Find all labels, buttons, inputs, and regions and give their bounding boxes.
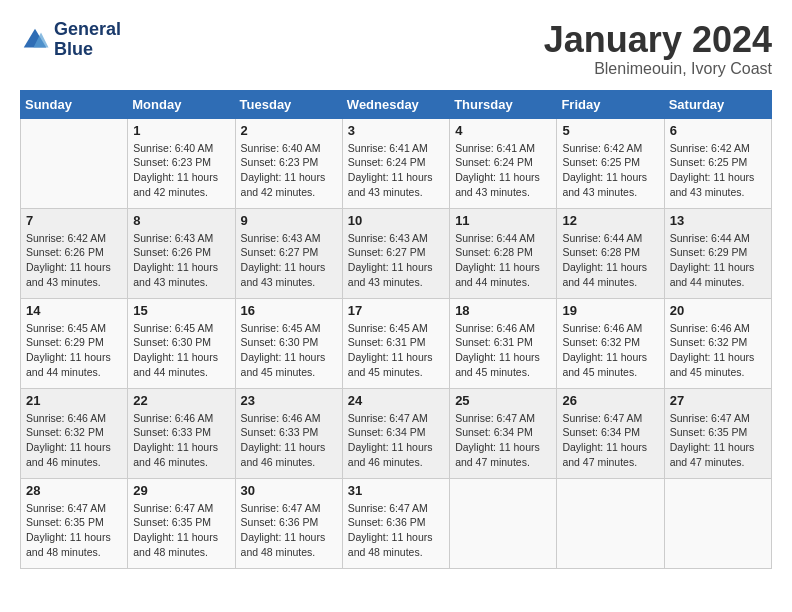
day-info: Sunrise: 6:42 AM Sunset: 6:25 PM Dayligh… [670,141,766,200]
day-number: 31 [348,483,444,498]
day-info: Sunrise: 6:46 AM Sunset: 6:32 PM Dayligh… [26,411,122,470]
day-number: 28 [26,483,122,498]
calendar-cell: 11Sunrise: 6:44 AM Sunset: 6:28 PM Dayli… [450,208,557,298]
calendar-cell [557,478,664,568]
day-info: Sunrise: 6:40 AM Sunset: 6:23 PM Dayligh… [133,141,229,200]
calendar-cell: 9Sunrise: 6:43 AM Sunset: 6:27 PM Daylig… [235,208,342,298]
day-info: Sunrise: 6:43 AM Sunset: 6:27 PM Dayligh… [348,231,444,290]
calendar-table: SundayMondayTuesdayWednesdayThursdayFrid… [20,90,772,569]
day-number: 9 [241,213,337,228]
day-info: Sunrise: 6:44 AM Sunset: 6:28 PM Dayligh… [562,231,658,290]
calendar-cell: 2Sunrise: 6:40 AM Sunset: 6:23 PM Daylig… [235,118,342,208]
calendar-cell: 21Sunrise: 6:46 AM Sunset: 6:32 PM Dayli… [21,388,128,478]
day-info: Sunrise: 6:47 AM Sunset: 6:35 PM Dayligh… [670,411,766,470]
day-info: Sunrise: 6:46 AM Sunset: 6:32 PM Dayligh… [562,321,658,380]
day-info: Sunrise: 6:45 AM Sunset: 6:30 PM Dayligh… [241,321,337,380]
calendar-cell: 18Sunrise: 6:46 AM Sunset: 6:31 PM Dayli… [450,298,557,388]
calendar-cell: 3Sunrise: 6:41 AM Sunset: 6:24 PM Daylig… [342,118,449,208]
calendar-cell: 4Sunrise: 6:41 AM Sunset: 6:24 PM Daylig… [450,118,557,208]
calendar-week-row: 14Sunrise: 6:45 AM Sunset: 6:29 PM Dayli… [21,298,772,388]
calendar-week-row: 28Sunrise: 6:47 AM Sunset: 6:35 PM Dayli… [21,478,772,568]
weekday-header-row: SundayMondayTuesdayWednesdayThursdayFrid… [21,90,772,118]
calendar-week-row: 1Sunrise: 6:40 AM Sunset: 6:23 PM Daylig… [21,118,772,208]
calendar-cell: 16Sunrise: 6:45 AM Sunset: 6:30 PM Dayli… [235,298,342,388]
calendar-cell: 31Sunrise: 6:47 AM Sunset: 6:36 PM Dayli… [342,478,449,568]
weekday-header-friday: Friday [557,90,664,118]
day-info: Sunrise: 6:47 AM Sunset: 6:34 PM Dayligh… [562,411,658,470]
day-number: 1 [133,123,229,138]
calendar-cell: 25Sunrise: 6:47 AM Sunset: 6:34 PM Dayli… [450,388,557,478]
day-number: 24 [348,393,444,408]
calendar-cell [450,478,557,568]
day-number: 14 [26,303,122,318]
calendar-cell: 20Sunrise: 6:46 AM Sunset: 6:32 PM Dayli… [664,298,771,388]
calendar-body: 1Sunrise: 6:40 AM Sunset: 6:23 PM Daylig… [21,118,772,568]
day-number: 26 [562,393,658,408]
day-number: 25 [455,393,551,408]
day-info: Sunrise: 6:45 AM Sunset: 6:31 PM Dayligh… [348,321,444,380]
day-number: 11 [455,213,551,228]
day-info: Sunrise: 6:47 AM Sunset: 6:35 PM Dayligh… [133,501,229,560]
calendar-cell: 8Sunrise: 6:43 AM Sunset: 6:26 PM Daylig… [128,208,235,298]
day-number: 12 [562,213,658,228]
day-number: 6 [670,123,766,138]
calendar-header: SundayMondayTuesdayWednesdayThursdayFrid… [21,90,772,118]
day-number: 2 [241,123,337,138]
day-number: 17 [348,303,444,318]
day-info: Sunrise: 6:46 AM Sunset: 6:32 PM Dayligh… [670,321,766,380]
weekday-header-sunday: Sunday [21,90,128,118]
day-number: 27 [670,393,766,408]
day-number: 7 [26,213,122,228]
calendar-title: January 2024 [544,20,772,60]
calendar-week-row: 7Sunrise: 6:42 AM Sunset: 6:26 PM Daylig… [21,208,772,298]
day-number: 29 [133,483,229,498]
day-info: Sunrise: 6:47 AM Sunset: 6:34 PM Dayligh… [455,411,551,470]
day-number: 19 [562,303,658,318]
calendar-cell: 22Sunrise: 6:46 AM Sunset: 6:33 PM Dayli… [128,388,235,478]
day-number: 10 [348,213,444,228]
logo-icon [20,25,50,55]
calendar-cell: 10Sunrise: 6:43 AM Sunset: 6:27 PM Dayli… [342,208,449,298]
day-info: Sunrise: 6:40 AM Sunset: 6:23 PM Dayligh… [241,141,337,200]
calendar-subtitle: Blenimeouin, Ivory Coast [544,60,772,78]
day-info: Sunrise: 6:42 AM Sunset: 6:26 PM Dayligh… [26,231,122,290]
calendar-cell: 17Sunrise: 6:45 AM Sunset: 6:31 PM Dayli… [342,298,449,388]
logo-text: General Blue [54,20,121,60]
day-number: 4 [455,123,551,138]
day-info: Sunrise: 6:42 AM Sunset: 6:25 PM Dayligh… [562,141,658,200]
day-info: Sunrise: 6:45 AM Sunset: 6:30 PM Dayligh… [133,321,229,380]
weekday-header-wednesday: Wednesday [342,90,449,118]
day-info: Sunrise: 6:41 AM Sunset: 6:24 PM Dayligh… [348,141,444,200]
day-info: Sunrise: 6:41 AM Sunset: 6:24 PM Dayligh… [455,141,551,200]
day-info: Sunrise: 6:47 AM Sunset: 6:34 PM Dayligh… [348,411,444,470]
day-number: 21 [26,393,122,408]
calendar-cell: 12Sunrise: 6:44 AM Sunset: 6:28 PM Dayli… [557,208,664,298]
day-number: 30 [241,483,337,498]
day-number: 3 [348,123,444,138]
weekday-header-thursday: Thursday [450,90,557,118]
calendar-cell [21,118,128,208]
day-number: 5 [562,123,658,138]
day-info: Sunrise: 6:46 AM Sunset: 6:33 PM Dayligh… [133,411,229,470]
day-info: Sunrise: 6:43 AM Sunset: 6:27 PM Dayligh… [241,231,337,290]
day-info: Sunrise: 6:47 AM Sunset: 6:35 PM Dayligh… [26,501,122,560]
day-info: Sunrise: 6:43 AM Sunset: 6:26 PM Dayligh… [133,231,229,290]
day-number: 18 [455,303,551,318]
calendar-cell: 23Sunrise: 6:46 AM Sunset: 6:33 PM Dayli… [235,388,342,478]
day-info: Sunrise: 6:44 AM Sunset: 6:29 PM Dayligh… [670,231,766,290]
calendar-cell: 6Sunrise: 6:42 AM Sunset: 6:25 PM Daylig… [664,118,771,208]
calendar-cell: 30Sunrise: 6:47 AM Sunset: 6:36 PM Dayli… [235,478,342,568]
day-number: 8 [133,213,229,228]
page-header: General Blue January 2024 Blenimeouin, I… [20,20,772,78]
title-area: January 2024 Blenimeouin, Ivory Coast [544,20,772,78]
calendar-cell: 13Sunrise: 6:44 AM Sunset: 6:29 PM Dayli… [664,208,771,298]
calendar-cell: 1Sunrise: 6:40 AM Sunset: 6:23 PM Daylig… [128,118,235,208]
calendar-cell: 24Sunrise: 6:47 AM Sunset: 6:34 PM Dayli… [342,388,449,478]
day-info: Sunrise: 6:46 AM Sunset: 6:33 PM Dayligh… [241,411,337,470]
calendar-week-row: 21Sunrise: 6:46 AM Sunset: 6:32 PM Dayli… [21,388,772,478]
day-info: Sunrise: 6:46 AM Sunset: 6:31 PM Dayligh… [455,321,551,380]
calendar-cell: 14Sunrise: 6:45 AM Sunset: 6:29 PM Dayli… [21,298,128,388]
calendar-cell: 26Sunrise: 6:47 AM Sunset: 6:34 PM Dayli… [557,388,664,478]
day-info: Sunrise: 6:47 AM Sunset: 6:36 PM Dayligh… [241,501,337,560]
day-info: Sunrise: 6:45 AM Sunset: 6:29 PM Dayligh… [26,321,122,380]
